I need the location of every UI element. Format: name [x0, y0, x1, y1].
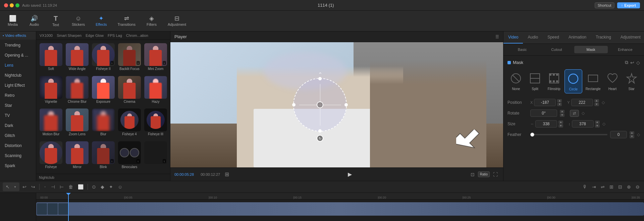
toolbar-item-adjustment[interactable]: ⊟ Adjustment	[163, 13, 191, 28]
mask-shape-star[interactable]: Star	[623, 69, 640, 93]
effect-fisheye3[interactable]: Fisheye III	[143, 107, 168, 139]
tab-video[interactable]: Video	[503, 31, 523, 44]
sidebar-item-lens[interactable]: Lens	[1, 61, 35, 70]
ratio-button[interactable]: Ratio	[478, 171, 490, 177]
caption-button[interactable]: ⊞	[608, 183, 615, 191]
size-keyframe-button[interactable]: ◇	[602, 122, 605, 126]
timeline-playhead[interactable]	[68, 193, 69, 221]
effect-fisheye4[interactable]: Fisheye 4	[117, 107, 142, 139]
tab-adjustment[interactable]: Adjustment	[616, 31, 644, 44]
speed-button[interactable]: ⊙	[90, 183, 98, 191]
toolbar-item-text[interactable]: T Text	[46, 13, 66, 29]
toolbar-item-transitions[interactable]: ⇌ Transitions	[113, 13, 140, 28]
sub-tab-mask[interactable]: Mask	[574, 46, 608, 53]
mask-shape-rectangle[interactable]: Rectangle	[584, 69, 602, 93]
mask-copy-button[interactable]: ⧉	[625, 60, 628, 65]
player-menu-icon[interactable]: ☰	[495, 34, 499, 39]
maximize-button[interactable]	[15, 3, 19, 7]
size-height-input[interactable]	[572, 120, 594, 128]
play-button[interactable]: ▶	[345, 170, 355, 179]
select-tool-button[interactable]: ↖	[4, 183, 11, 191]
sidebar-item-spark[interactable]: Spark	[1, 161, 35, 170]
effect-backlit-focus[interactable]: ↓ Backlit Focus	[117, 42, 142, 74]
sidebar-item-scanning[interactable]: Scanning	[1, 151, 35, 160]
position-keyframe-button[interactable]: ◇	[602, 100, 605, 105]
transition-tl-button[interactable]: ⇌	[599, 183, 606, 191]
export-button[interactable]: ↑ Export	[617, 2, 640, 8]
sidebar-item-tv[interactable]: TV	[1, 111, 35, 120]
size-width-down[interactable]: ▼	[558, 124, 563, 128]
trim-left-button[interactable]: ⊣	[49, 183, 57, 191]
sidebar-item-trending[interactable]: Trending	[1, 41, 35, 50]
timeline-ruler-area[interactable]: 00:00 |00:05 |00:10 |00:15 |00:20 |00:25…	[36, 193, 644, 221]
position-x-down[interactable]: ▼	[557, 103, 562, 106]
crop-button[interactable]: ⬜	[76, 183, 85, 191]
sidebar-item-dark[interactable]: Dark	[1, 121, 35, 130]
feather-thumb[interactable]	[530, 133, 534, 137]
mask-center-dot[interactable]	[317, 101, 323, 108]
video-track[interactable]	[36, 202, 644, 216]
toolbar-item-audio[interactable]: 🔊 Audio	[24, 13, 44, 28]
mask-shape-heart[interactable]: Heart	[604, 69, 621, 93]
zoom-in-button[interactable]: ⊕	[625, 183, 633, 191]
sidebar-item-star[interactable]: Star	[1, 101, 35, 110]
effect-hazy[interactable]: Hazy	[143, 75, 168, 107]
feather-value-input[interactable]	[610, 131, 627, 138]
position-x-input[interactable]	[534, 99, 556, 106]
frame-grid-button[interactable]: ⊞	[223, 170, 230, 178]
effect-blink[interactable]: ↓ Blink	[91, 140, 116, 172]
mask-shape-circle[interactable]: Circle	[565, 69, 582, 93]
feather-up[interactable]: ▲	[630, 131, 634, 135]
mic-button[interactable]: 🎙	[581, 183, 589, 191]
effect-exposure[interactable]: Exposure	[91, 75, 116, 107]
effect-mirror[interactable]: Mirror	[64, 140, 90, 172]
effect-motion-blur[interactable]: Motion Blur	[38, 107, 64, 139]
mask-undo-button[interactable]: ↩	[630, 60, 634, 65]
delete-button[interactable]: 🗑	[67, 183, 75, 191]
rotate-handle[interactable]: ↻	[317, 135, 323, 142]
sidebar-item-nightclub[interactable]: Nightclub	[1, 71, 35, 80]
mask-handle-bottom[interactable]	[318, 129, 322, 133]
select-tool-dropdown[interactable]: ▼	[12, 185, 18, 190]
effect-chrome-blur[interactable]: Chrome Blur	[64, 75, 90, 107]
mask-handle-left[interactable]	[292, 103, 296, 106]
close-button[interactable]	[4, 3, 8, 7]
position-x-up[interactable]: ▲	[557, 99, 562, 102]
mask-redo-button[interactable]: ◇	[636, 60, 640, 65]
sidebar-item-opening[interactable]: Opening & ...	[1, 51, 35, 60]
tab-tracking[interactable]: Tracking	[591, 31, 616, 44]
minimize-button[interactable]	[10, 3, 14, 7]
size-height-down[interactable]: ▼	[595, 124, 600, 128]
rotate-up[interactable]: ▲	[560, 110, 565, 113]
rotate-down[interactable]: ▼	[560, 114, 565, 117]
sidebar-item-glitch[interactable]: Glitch	[1, 131, 35, 140]
effect-fisheye2[interactable]: ↓ Fisheye II	[91, 42, 116, 74]
extract-button[interactable]: ⇥	[590, 183, 598, 191]
size-height-up[interactable]: ▲	[595, 121, 600, 124]
keyframe-button[interactable]: ◆	[99, 183, 106, 191]
position-y-input[interactable]	[571, 99, 593, 106]
screenshot-button[interactable]: ⊡	[469, 171, 476, 178]
tab-animation[interactable]: Animation	[564, 31, 591, 44]
effect-vignette[interactable]: Vignette	[38, 75, 64, 107]
effect-cinema[interactable]: Cinema	[117, 75, 142, 107]
zoom-out-button[interactable]: ⊖	[634, 183, 641, 191]
player-viewport[interactable]: ⌃ ↻	[170, 42, 503, 167]
rotate-input[interactable]	[530, 109, 557, 117]
position-y-up[interactable]: ▲	[594, 99, 599, 102]
feather-keyframe-button[interactable]: ◇	[637, 132, 640, 137]
ai-cut-button[interactable]: ✦	[107, 183, 115, 191]
effect-soft[interactable]: Soft	[38, 42, 64, 74]
effect-binoculars[interactable]: ↓ Binoculars	[117, 140, 142, 172]
tab-speed[interactable]: Speed	[543, 31, 564, 44]
feather-down[interactable]: ▼	[630, 135, 634, 138]
toolbar-item-filters[interactable]: ◈ Filters	[142, 13, 162, 28]
feather-slider[interactable]	[530, 134, 607, 135]
effect-zoom-lens[interactable]: Zoom Lens	[64, 107, 90, 139]
size-width-up[interactable]: ▲	[558, 121, 563, 124]
mask-shape-none[interactable]: None	[507, 69, 525, 93]
effect-blur[interactable]: Blur	[91, 107, 116, 139]
sub-tab-cutout[interactable]: Cutout	[540, 46, 573, 53]
mask-handle-right[interactable]	[344, 103, 348, 106]
effect-wide-angle[interactable]: Wide Angle	[64, 42, 90, 74]
